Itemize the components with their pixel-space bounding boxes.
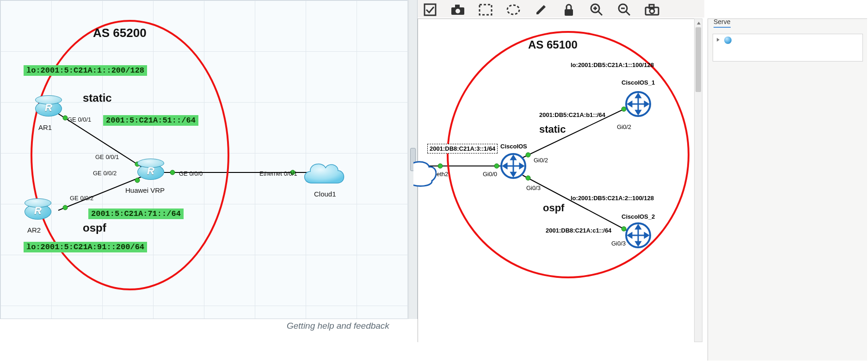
router-ciscoios[interactable] [500,153,526,179]
router-ar1-label: AR1 [38,123,52,131]
checkbox-icon[interactable] [419,2,441,18]
gns3-canvas[interactable]: AS 65100 CiscoIOS [418,18,694,342]
svg-marker-50 [645,102,648,106]
svg-line-17 [598,12,602,15]
router-ciscoios-2[interactable] [625,222,651,248]
svg-rect-9 [425,4,436,15]
section-ospf-right: ospf [543,202,564,214]
tree-caret-icon[interactable] [717,38,720,42]
iface-hub-down: Gi0/3 [526,184,541,191]
iface-hub-out: GE 0/0/0 [179,170,203,177]
zoom-in-icon[interactable] [586,2,607,18]
router-huawei-vrp[interactable]: R [137,159,164,185]
svg-marker-58 [645,233,648,238]
addr-link-static: 2001:5:C21A:51::/64 [103,115,198,126]
addr-lo-r2: lo:2001:DB5:C21A:2::100/128 [571,195,654,202]
svg-rect-15 [565,9,573,16]
servers-tree[interactable] [713,34,863,61]
section-ospf-left: ospf [83,221,106,234]
svg-marker-40 [503,164,507,168]
router-ciscoios-1-label: CiscoIOS_1 [622,79,655,86]
svg-point-14 [507,5,519,14]
addr-link-ospf-right: 2001:DB8:C21A:c1::/64 [546,227,611,234]
svg-point-12 [456,9,460,13]
iface-ar1-out: GE 0/0/1 [68,116,91,123]
pencil-icon[interactable] [530,2,552,18]
rect-dashed-icon[interactable] [475,2,496,18]
iface-cloud-in: Ethernet 0/0/1 [259,170,297,177]
cloud1-label: Cloud1 [314,190,336,198]
iface-hub-up: Gi0/2 [534,157,548,164]
svg-marker-44 [636,94,640,98]
svg-marker-38 [511,172,516,176]
iface-ar2-out: GE 0/0/2 [70,195,93,202]
router-ciscoios-2-label: CiscoIOS_2 [622,213,655,220]
svg-rect-11 [455,5,460,8]
edge-cloud[interactable] [413,158,437,190]
svg-marker-46 [636,110,640,114]
cloud1[interactable] [300,158,342,186]
addr-link-static-right: 2001:DB5:C21A:b1::/64 [539,111,605,118]
router-ciscoios-1[interactable] [625,91,651,117]
gns3-pane: AS 65100 CiscoIOS [418,0,704,362]
iface-hub-in: Gi0/0 [483,171,497,178]
section-static-left: static [83,92,112,104]
svg-point-27 [438,164,443,168]
iface-r2-up: Gi0/3 [611,240,626,247]
servers-tab[interactable]: Serve [714,18,731,28]
gns3-toolbar [418,0,704,18]
lock-icon[interactable] [558,2,579,18]
servers-side-panel[interactable]: Serve [708,18,867,361]
zoom-out-icon[interactable] [614,2,635,18]
svg-rect-13 [480,5,492,15]
svg-marker-54 [636,242,640,245]
svg-marker-42 [520,164,523,168]
svg-marker-52 [636,225,640,229]
svg-point-25 [650,9,654,13]
router-ar1[interactable]: R [35,95,62,122]
addr-lo-ar2: lo:2001:5:C21A:91::200/64 [24,242,147,252]
camera2-icon[interactable] [641,2,663,18]
svg-rect-24 [649,5,654,8]
iface-hub-in-bot: GE 0/0/2 [93,170,117,177]
iface-hub-in-top: GE 0/0/1 [95,153,119,160]
camera-icon[interactable] [447,2,468,18]
svg-marker-36 [511,156,516,160]
iface-cloud-out: eth2 [437,171,448,178]
router-ciscoios-label: CiscoIOS [500,143,527,150]
addr-box-right[interactable]: 2001:DB8:C21A:3::1/64 [427,144,498,153]
addr-lo-ar1: lo:2001:5:C21A:1::200/128 [24,65,147,76]
as-title-right: AS 65100 [528,38,578,51]
addr-link-ospf: 2001:5:C21A:71::/64 [88,209,184,219]
router-ar2[interactable]: R [25,198,51,225]
router-ar2-label: AR2 [27,226,41,234]
right-vertical-scrollbar[interactable] [694,18,702,342]
huawei-ensp-canvas[interactable]: AS 65200 static ospf lo:2001:5:C21A:1::2… [0,0,408,319]
router-huawei-vrp-label: Huawei VRP [125,186,165,194]
ellipse-dashed-icon[interactable] [503,2,524,18]
iface-r1-down: Gi0/2 [617,123,631,130]
section-static-right: static [539,123,566,135]
svg-marker-48 [628,102,632,106]
svg-line-21 [626,12,630,15]
svg-marker-56 [628,233,632,238]
addr-lo-r1: lo:2001:DB5:C21A:1::100/128 [571,61,654,68]
footer-help-text: Getting help and feedback [287,321,389,331]
as-title-left: AS 65200 [93,26,147,40]
globe-icon [724,37,732,44]
